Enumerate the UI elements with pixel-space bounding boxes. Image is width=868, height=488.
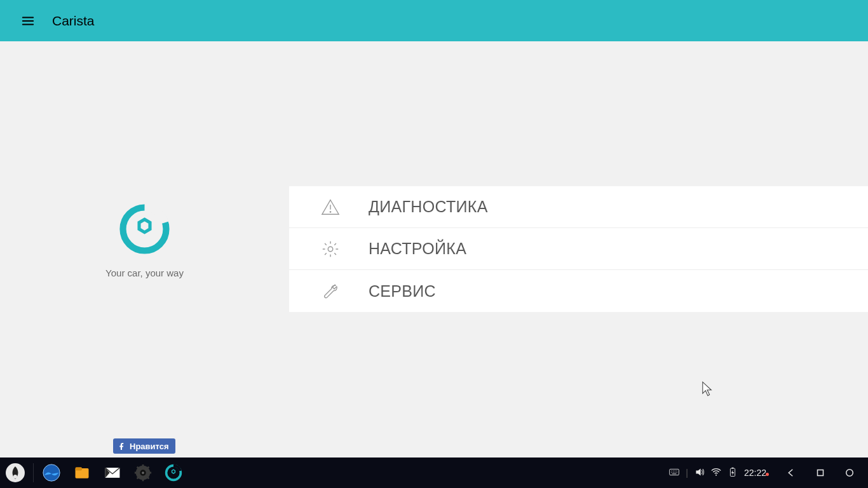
main-menu-panel: ДИАГНОСТИКА НАСТРОЙКА СЕРВИС xyxy=(289,186,868,312)
brand-tagline: Your car, your way xyxy=(105,268,184,278)
svg-rect-19 xyxy=(670,469,679,475)
menu-label-diagnostics: ДИАГНОСТИКА xyxy=(369,198,488,216)
system-taskbar: | 22:22 xyxy=(0,458,868,488)
back-button[interactable] xyxy=(778,459,804,486)
taskbar-status-tray: | 22:22 xyxy=(669,467,770,479)
app-bar: Carista xyxy=(0,0,868,41)
menu-item-service[interactable]: СЕРВИС xyxy=(289,270,868,312)
facebook-like-button[interactable]: Нравится xyxy=(113,438,175,454)
menu-item-diagnostics[interactable]: ДИАГНОСТИКА xyxy=(289,186,868,228)
notification-dot-icon xyxy=(766,473,769,476)
app-title: Carista xyxy=(52,13,95,29)
svg-rect-22 xyxy=(731,467,733,468)
files-icon[interactable] xyxy=(67,458,97,488)
menu-label-service: СЕРВИС xyxy=(369,282,436,301)
facebook-like-label: Нравится xyxy=(130,442,169,451)
svg-point-20 xyxy=(715,474,717,475)
settings-icon[interactable] xyxy=(128,458,158,488)
phoenix-os-icon[interactable] xyxy=(0,458,31,488)
menu-label-settings: НАСТРОЙКА xyxy=(369,240,466,258)
gear-icon xyxy=(318,236,343,262)
taskbar-nav xyxy=(778,459,863,486)
brand-pane: Your car, your way Нравится xyxy=(0,41,289,458)
svg-rect-23 xyxy=(818,470,824,476)
hamburger-menu-button[interactable] xyxy=(15,8,41,34)
svg-point-7 xyxy=(13,475,17,478)
mouse-cursor-icon xyxy=(702,381,713,400)
browser-icon[interactable] xyxy=(36,458,67,488)
warning-triangle-icon xyxy=(318,194,343,220)
carista-logo-icon xyxy=(118,202,172,256)
carista-app-icon[interactable] xyxy=(158,458,189,488)
mail-icon[interactable] xyxy=(97,458,128,488)
keyboard-icon[interactable] xyxy=(669,467,679,479)
recents-button[interactable] xyxy=(836,459,863,486)
content-area: Your car, your way Нравится ДИАГНОСТИКА xyxy=(0,41,868,458)
hamburger-icon xyxy=(21,14,35,28)
taskbar-clock[interactable]: 22:22 xyxy=(744,468,770,478)
clock-text: 22:22 xyxy=(744,468,766,478)
volume-icon[interactable] xyxy=(695,467,705,479)
menu-item-settings[interactable]: НАСТРОЙКА xyxy=(289,228,868,270)
wifi-icon[interactable] xyxy=(711,467,721,479)
home-button[interactable] xyxy=(807,459,834,486)
taskbar-separator xyxy=(33,463,34,482)
facebook-icon xyxy=(118,442,126,451)
svg-marker-18 xyxy=(172,470,175,473)
svg-rect-11 xyxy=(76,467,83,470)
svg-point-4 xyxy=(330,211,331,212)
svg-point-5 xyxy=(328,247,333,252)
svg-point-16 xyxy=(142,471,144,474)
taskbar-right: | 22:22 xyxy=(669,458,868,488)
svg-marker-2 xyxy=(139,219,150,232)
taskbar-left xyxy=(0,458,189,488)
wrench-icon xyxy=(318,278,343,304)
logo-block: Your car, your way xyxy=(105,202,184,278)
svg-point-24 xyxy=(846,470,853,477)
battery-charging-icon[interactable] xyxy=(728,467,738,479)
